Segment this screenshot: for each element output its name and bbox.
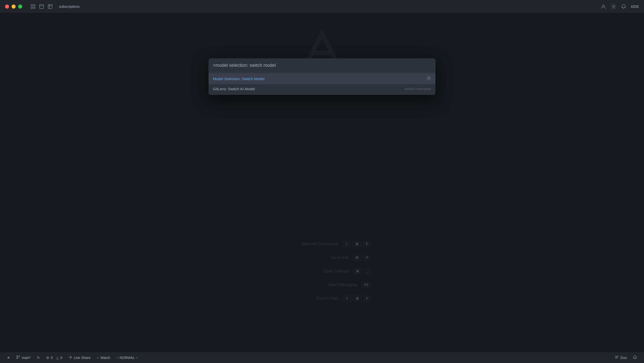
svg-point-10 [613,6,614,7]
error-count: 0 [51,356,53,360]
status-branch[interactable]: main* [13,352,34,363]
gear-icon[interactable] [427,76,431,82]
command-palette-overlay[interactable]: Model Selection: Switch Model GitLens: S… [0,13,644,352]
svg-rect-2 [31,7,33,9]
command-input[interactable] [213,59,431,72]
status-live-share[interactable]: Live Share [65,352,93,363]
command-results: Model Selection: Switch Model GitLens: S… [209,72,435,95]
branch-icon [16,355,20,360]
grid-icon[interactable] [30,4,36,9]
maximize-button[interactable] [18,5,22,9]
title-bar-right: AIDE [600,4,639,10]
live-share-label: Live Share [74,356,90,360]
command-result-label-0: Model Selection: Switch Model [213,77,264,81]
watch-icon: ○ [96,355,99,360]
status-watch[interactable]: ○ Watch [93,352,113,363]
live-share-icon [68,355,72,360]
svg-rect-0 [31,5,33,6]
minimize-button[interactable] [12,5,16,9]
branch-name: main* [22,356,31,360]
status-close-button[interactable]: ✕ [4,352,13,363]
command-result-right-1: similar commands [405,87,431,91]
command-result-item-0[interactable]: Model Selection: Switch Model [209,73,435,84]
command-result-left-1: GitLens: Switch AI Model [213,87,255,91]
command-result-item-1[interactable]: GitLens: Switch AI Model similar command… [209,84,435,94]
aide-label: AIDE [631,5,639,9]
status-duo[interactable]: Duo [612,355,630,360]
status-right: Duo [612,355,640,360]
svg-rect-1 [34,5,35,6]
command-result-right-0 [427,76,431,82]
command-result-left-0: Model Selection: Switch Model [213,77,264,81]
svg-rect-4 [40,5,44,9]
account-icon[interactable] [600,4,606,10]
sync-icon: ↻ [37,355,40,360]
notifications-icon[interactable] [621,4,627,10]
title-bar-icons [30,4,53,9]
vim-mode: -- NORMAL -- [113,356,141,360]
close-button[interactable] [5,5,9,9]
title-bar: subscriptions AIDE [0,0,644,13]
watch-label: Watch [100,356,110,360]
command-result-label-1: GitLens: Switch AI Model [213,87,255,91]
panel-icon[interactable] [39,4,44,9]
traffic-lights [5,5,22,9]
window-title: subscriptions [59,5,80,9]
status-sync[interactable]: ↻ [34,352,43,363]
settings-icon[interactable] [610,4,617,10]
bell-icon [633,355,637,360]
duo-label: Duo [620,356,627,360]
svg-rect-3 [34,7,35,9]
command-input-wrapper [209,59,435,72]
status-bell[interactable] [630,355,640,360]
error-icon: ⊗ [46,355,49,360]
warning-count: 0 [60,356,62,360]
layout-icon[interactable] [47,4,53,9]
command-palette: Model Selection: Switch Model GitLens: S… [209,58,435,95]
svg-rect-6 [48,5,52,9]
close-icon: ✕ [7,356,10,360]
status-bar: ✕ main* ↻ ⊗ 0 △ 0 Live Share [0,352,644,363]
svg-point-13 [428,78,430,79]
svg-point-9 [602,5,604,7]
similar-commands-label: similar commands [405,87,431,91]
status-errors-warnings[interactable]: ⊗ 0 △ 0 [43,352,66,363]
duo-icon [615,355,619,360]
warning-icon: △ [56,355,59,360]
